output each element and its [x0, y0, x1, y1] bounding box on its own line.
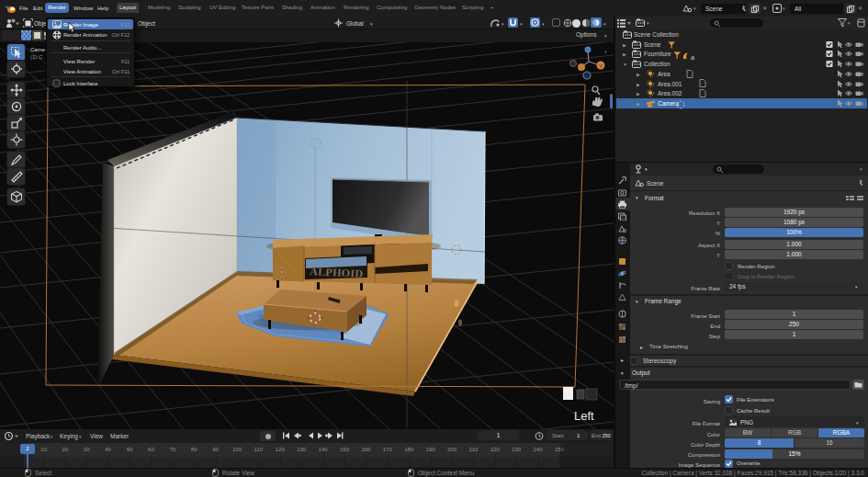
- svg-text:‹: ‹: [604, 48, 607, 56]
- svg-text:Y: Y: [599, 63, 603, 69]
- svg-text:Left: Left: [574, 409, 594, 423]
- svg-text:a: a: [691, 51, 694, 61]
